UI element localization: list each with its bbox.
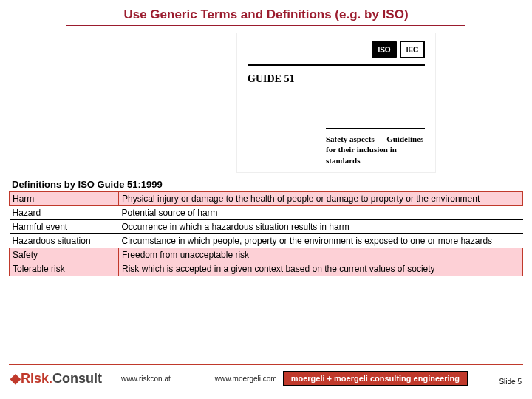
title-underline (66, 25, 466, 26)
definition-cell: Potential source of harm (119, 206, 523, 220)
iec-logo-icon: IEC (400, 41, 425, 58)
riskconsult-logo: ◆Risk.Consult (10, 370, 102, 386)
term-cell: Hazardous situation (10, 234, 119, 248)
url-riskcon: www.riskcon.at (121, 375, 171, 383)
iso-logo-icon: ISO (372, 41, 397, 58)
slide-number: Slide 5 (499, 378, 522, 386)
doc-subtitle: Safety aspects — Guidelines for their in… (326, 134, 425, 166)
table-row: HarmPhysical injury or damage to the hea… (10, 192, 523, 206)
table-row: Hazardous situationCircumstance in which… (10, 234, 523, 248)
page-title: Use Generic Terms and Definitions (e.g. … (0, 0, 532, 24)
moergeli-logo: moergeli + moergeli consulting engineeri… (283, 371, 468, 386)
definitions-table: Definitions by ISO Guide 51:1999 HarmPhy… (9, 177, 523, 276)
table-row: Harmful eventOccurrence in which a hazar… (10, 220, 523, 234)
url-moergeli: www.moergeli.com (215, 375, 277, 383)
doc-rule (248, 64, 425, 66)
definition-cell: Freedom from unacceptable risk (119, 248, 523, 262)
term-cell: Tolerable risk (10, 262, 119, 276)
definition-cell: Risk which is accepted in a given contex… (119, 262, 523, 276)
term-cell: Harm (10, 192, 119, 206)
doc-guide-number: GUIDE 51 (248, 73, 294, 85)
term-cell: Safety (10, 248, 119, 262)
term-cell: Harmful event (10, 220, 119, 234)
iso-document-preview: ISO IEC GUIDE 51 Safety aspects — Guidel… (236, 33, 436, 173)
table-row: SafetyFreedom from unacceptable risk (10, 248, 523, 262)
table-heading: Definitions by ISO Guide 51:1999 (9, 177, 523, 191)
table-row: Tolerable riskRisk which is accepted in … (10, 262, 523, 276)
definition-cell: Physical injury or damage to the health … (119, 192, 523, 206)
table-row: HazardPotential source of harm (10, 206, 523, 220)
term-cell: Hazard (10, 206, 119, 220)
definition-cell: Occurrence in which a hazardous situatio… (119, 220, 523, 234)
footer: ◆Risk.Consult www.riskcon.at www.moergel… (0, 368, 532, 389)
footer-rule (9, 364, 523, 365)
doc-rule-2 (326, 128, 425, 129)
definition-cell: Circumstance in which people, property o… (119, 234, 523, 248)
